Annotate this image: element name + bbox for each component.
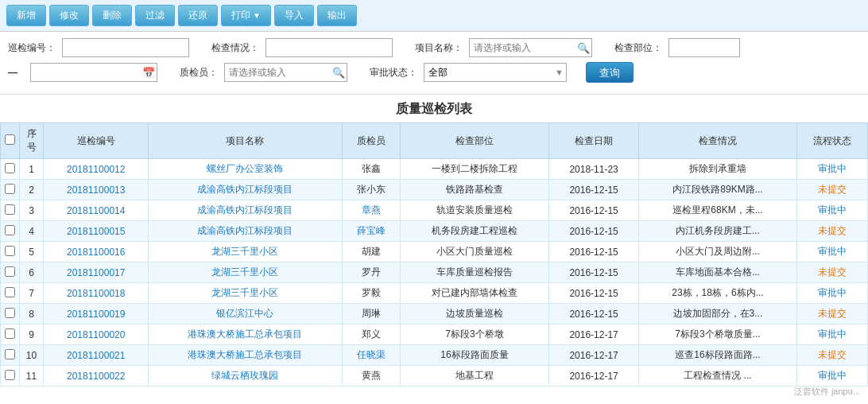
row-date: 2016-12-17 bbox=[548, 345, 639, 366]
row-dept: 对已建内部墙体检查 bbox=[401, 283, 549, 304]
row-checkbox[interactable] bbox=[5, 266, 15, 277]
select-all-checkbox[interactable] bbox=[5, 134, 15, 145]
row-date: 2018-11-23 bbox=[548, 159, 639, 180]
row-checkbox[interactable] bbox=[5, 184, 15, 194]
row-flow-status: 审批中 bbox=[796, 324, 867, 345]
project-name-label: 项目名称： bbox=[415, 41, 463, 55]
row-seq: 10 bbox=[20, 345, 44, 366]
row-project[interactable]: 螺丝厂办公室装饰 bbox=[149, 159, 342, 180]
row-project[interactable]: 绿城云栖玫瑰园 bbox=[149, 366, 342, 387]
row-checkbox[interactable] bbox=[5, 287, 15, 297]
row-checkbox[interactable] bbox=[5, 370, 15, 380]
row-project[interactable]: 成渝高铁内江标段项目 bbox=[149, 221, 342, 242]
row-checkbox[interactable] bbox=[5, 204, 15, 215]
table-row[interactable]: 8 20181100019 银亿滨江中心 周琳 边坡质量巡检 2016-12-1… bbox=[1, 304, 868, 324]
add-button[interactable]: 新增 bbox=[6, 5, 46, 26]
row-checkbox[interactable] bbox=[5, 328, 15, 339]
inspector-label: 质检员： bbox=[180, 66, 218, 80]
header-checkbox-col bbox=[1, 123, 20, 159]
row-seq: 4 bbox=[20, 221, 44, 242]
patrol-table: 序号 巡检编号 项目名称 质检员 检查部位 检查日期 检查情况 流程状态 1 2… bbox=[0, 122, 868, 387]
date-input-wrapper: 📅 bbox=[30, 63, 157, 82]
date-input[interactable] bbox=[30, 63, 157, 82]
row-check-status: 工程检查情况 ... bbox=[639, 366, 796, 387]
row-checkbox-cell bbox=[1, 200, 20, 221]
row-date: 2016-12-17 bbox=[548, 366, 639, 387]
row-patrol-no[interactable]: 20181100014 bbox=[44, 200, 149, 221]
row-seq: 5 bbox=[20, 242, 44, 262]
approve-status-select[interactable]: 全部 审批中 未提交 已审批 bbox=[424, 63, 567, 82]
row-seq: 11 bbox=[20, 366, 44, 387]
row-project[interactable]: 龙湖三千里小区 bbox=[149, 283, 342, 304]
row-flow-status: 未提交 bbox=[796, 180, 867, 200]
check-status-input[interactable] bbox=[265, 38, 393, 57]
patrol-no-input[interactable] bbox=[62, 38, 189, 57]
row-patrol-no[interactable]: 20181100017 bbox=[44, 262, 149, 283]
import-button[interactable]: 导入 bbox=[274, 5, 314, 26]
inspector-search-icon[interactable]: 🔍 bbox=[332, 67, 345, 79]
search-bar: 巡检编号： 检查情况： 项目名称： 🔍 检查部位： — 📅 质检员： 🔍 审批状… bbox=[0, 32, 868, 95]
query-button[interactable]: 查询 bbox=[586, 62, 634, 83]
row-seq: 8 bbox=[20, 304, 44, 324]
row-patrol-no[interactable]: 20181100022 bbox=[44, 366, 149, 387]
row-checkbox[interactable] bbox=[5, 308, 15, 318]
row-seq: 1 bbox=[20, 159, 44, 180]
restore-button[interactable]: 还原 bbox=[178, 5, 218, 26]
row-project[interactable]: 港珠澳大桥施工总承包项目 bbox=[149, 345, 342, 366]
row-patrol-no[interactable]: 20181100021 bbox=[44, 345, 149, 366]
row-check-status: 边坡加固部分，在3... bbox=[639, 304, 796, 324]
table-row[interactable]: 4 20181100015 成渝高铁内江标段项目 薛宝峰 机务段房建工程巡检 2… bbox=[1, 221, 868, 242]
table-row[interactable]: 11 20181100022 绿城云栖玫瑰园 黄燕 地基工程 2016-12-1… bbox=[1, 366, 868, 387]
table-row[interactable]: 5 20181100016 龙湖三千里小区 胡建 小区大门质量巡检 2016-1… bbox=[1, 242, 868, 262]
table-row[interactable]: 7 20181100018 龙湖三千里小区 罗毅 对已建内部墙体检查 2016-… bbox=[1, 283, 868, 304]
table-row[interactable]: 2 20181100013 成渝高铁内江标段项目 张小东 铁路路基检查 2016… bbox=[1, 180, 868, 200]
row-patrol-no[interactable]: 20181100012 bbox=[44, 159, 149, 180]
row-inspector: 周琳 bbox=[342, 304, 401, 324]
print-dropdown-icon[interactable]: ▼ bbox=[253, 11, 261, 20]
row-checkbox[interactable] bbox=[5, 246, 15, 256]
print-button[interactable]: 打印 ▼ bbox=[221, 5, 271, 26]
row-patrol-no[interactable]: 20181100018 bbox=[44, 283, 149, 304]
row-flow-status: 未提交 bbox=[796, 262, 867, 283]
edit-button[interactable]: 修改 bbox=[49, 5, 89, 26]
approve-select-wrapper: 全部 审批中 未提交 已审批 ▼ bbox=[424, 63, 567, 82]
row-project[interactable]: 成渝高铁内江标段项目 bbox=[149, 180, 342, 200]
row-inspector: 张鑫 bbox=[342, 159, 401, 180]
row-date: 2016-12-15 bbox=[548, 221, 639, 242]
header-seq: 序号 bbox=[20, 123, 44, 159]
row-project[interactable]: 银亿滨江中心 bbox=[149, 304, 342, 324]
export-button[interactable]: 输出 bbox=[317, 5, 357, 26]
row-patrol-no[interactable]: 20181100016 bbox=[44, 242, 149, 262]
print-label: 打印 bbox=[231, 9, 250, 22]
delete-button[interactable]: 删除 bbox=[92, 5, 132, 26]
table-row[interactable]: 6 20181100017 龙湖三千里小区 罗丹 车库质量巡检报告 2016-1… bbox=[1, 262, 868, 283]
filter-button[interactable]: 过滤 bbox=[135, 5, 175, 26]
calendar-icon[interactable]: 📅 bbox=[142, 67, 155, 79]
project-search-icon[interactable]: 🔍 bbox=[577, 42, 590, 54]
header-check-status: 检查情况 bbox=[639, 123, 796, 159]
row-check-status: 拆除到承重墙 bbox=[639, 159, 796, 180]
row-project[interactable]: 港珠澳大桥施工总承包项目 bbox=[149, 324, 342, 345]
patrol-no-label: 巡检编号： bbox=[8, 41, 56, 55]
dept-input[interactable] bbox=[668, 38, 740, 57]
table-row[interactable]: 10 20181100021 港珠澳大桥施工总承包项目 任晓渠 16标段路面质量… bbox=[1, 345, 868, 366]
row-checkbox[interactable] bbox=[5, 349, 15, 359]
table-row[interactable]: 3 20181100014 成渝高铁内江标段项目 章燕 轨道安装质量巡检 201… bbox=[1, 200, 868, 221]
row-patrol-no[interactable]: 20181100013 bbox=[44, 180, 149, 200]
row-patrol-no[interactable]: 20181100020 bbox=[44, 324, 149, 345]
row-project[interactable]: 成渝高铁内江标段项目 bbox=[149, 200, 342, 221]
table-row[interactable]: 9 20181100020 港珠澳大桥施工总承包项目 郑义 7标段3个桥墩 20… bbox=[1, 324, 868, 345]
header-patrol-no: 巡检编号 bbox=[44, 123, 149, 159]
row-dept: 16标段路面质量 bbox=[401, 345, 549, 366]
row-patrol-no[interactable]: 20181100019 bbox=[44, 304, 149, 324]
row-checkbox[interactable] bbox=[5, 163, 15, 173]
row-project[interactable]: 龙湖三千里小区 bbox=[149, 242, 342, 262]
table-title: 质量巡检列表 bbox=[0, 95, 868, 122]
table-row[interactable]: 1 20181100012 螺丝厂办公室装饰 张鑫 一楼到二楼拆除工程 2018… bbox=[1, 159, 868, 180]
inspector-input[interactable] bbox=[224, 63, 347, 82]
row-checkbox[interactable] bbox=[5, 225, 15, 235]
table-body: 1 20181100012 螺丝厂办公室装饰 张鑫 一楼到二楼拆除工程 2018… bbox=[1, 159, 868, 387]
project-name-input[interactable] bbox=[469, 38, 592, 57]
row-project[interactable]: 龙湖三千里小区 bbox=[149, 262, 342, 283]
row-patrol-no[interactable]: 20181100015 bbox=[44, 221, 149, 242]
